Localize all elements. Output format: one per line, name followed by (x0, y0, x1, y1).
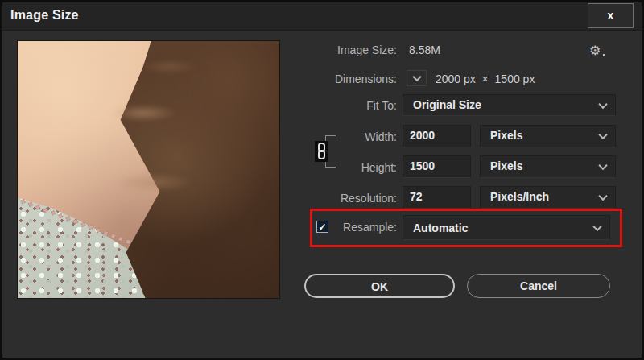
resolution-input[interactable]: 72 (402, 186, 471, 209)
image-preview (17, 40, 280, 299)
resolution-unit-dropdown[interactable]: Pixels/Inch (480, 186, 616, 209)
resolution-label: Resolution: (308, 192, 397, 205)
chevron-down-icon (598, 130, 607, 139)
fit-to-label: Fit To: (308, 99, 397, 112)
title-bar: Image Size x (2, 2, 642, 31)
image-size-dialog: Image Size x Image Size: 8.58M ⚙ Dimensi… (0, 0, 644, 360)
resample-dropdown[interactable]: Automatic (402, 215, 610, 240)
chevron-down-icon (592, 221, 601, 230)
dialog-title: Image Size (10, 8, 79, 23)
dimensions-value: 2000 px × 1500 px (436, 72, 535, 85)
height-input[interactable]: 1500 (402, 155, 471, 178)
image-size-label: Image Size: (308, 43, 397, 56)
close-button[interactable]: x (588, 3, 634, 28)
cancel-button[interactable]: Cancel (467, 274, 610, 298)
height-unit-dropdown[interactable]: Pixels (480, 155, 616, 178)
resample-label: Resample: (313, 221, 397, 234)
chevron-down-icon (598, 99, 607, 108)
dimensions-label: Dimensions: (308, 72, 397, 85)
chevron-down-icon (598, 161, 607, 170)
width-label: Width: (308, 130, 397, 143)
gear-icon[interactable]: ⚙ (589, 43, 601, 58)
chevron-down-icon (412, 72, 421, 81)
width-input[interactable]: 2000 (402, 125, 471, 147)
preview-hair-fuzz (18, 41, 279, 298)
dimensions-unit-toggle[interactable] (407, 70, 427, 86)
link-dimensions-icon[interactable] (315, 141, 328, 162)
ok-button[interactable]: OK (304, 274, 455, 298)
height-label: Height: (308, 161, 397, 174)
image-size-value: 8.58M (409, 43, 440, 56)
gear-menu-dot (603, 54, 605, 56)
fit-to-dropdown[interactable]: Original Size (402, 94, 616, 116)
chevron-down-icon (598, 192, 607, 201)
width-unit-dropdown[interactable]: Pixels (480, 125, 616, 147)
